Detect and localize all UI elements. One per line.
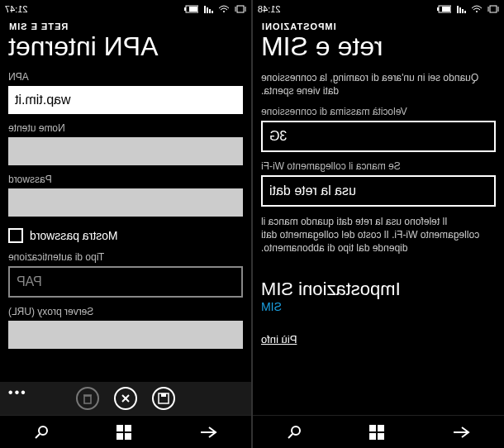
svg-rect-35 — [369, 425, 376, 431]
page-title: APN internet — [8, 33, 243, 61]
status-bar: 21:47 — [0, 0, 251, 18]
svg-rect-30 — [457, 6, 459, 13]
speed-label: Velocità massima di connessione — [261, 106, 496, 117]
svg-rect-23 — [490, 6, 497, 12]
username-input[interactable] — [8, 137, 243, 165]
signal-icon — [456, 5, 466, 13]
wifi-fallback-label: Se manca il collegamento Wi-Fi — [261, 160, 496, 172]
signal-icon — [203, 5, 213, 13]
status-bar: 21:48 — [253, 0, 504, 18]
page-header: IMPOSTAZIONI rete e SIM — [253, 18, 504, 63]
wifi-fallback-description: Il telefono usa la rete dati quando manc… — [261, 215, 496, 255]
more-info-link[interactable]: Più info — [261, 333, 496, 346]
search-button[interactable] — [287, 425, 302, 440]
password-input[interactable] — [8, 188, 243, 217]
app-bar: ••• — [0, 382, 251, 415]
delete-button[interactable] — [76, 387, 99, 410]
nav-bar — [0, 415, 251, 448]
svg-rect-33 — [437, 7, 439, 11]
app-bar-more[interactable]: ••• — [7, 385, 26, 400]
breadcrumb: IMPOSTAZIONI — [261, 21, 496, 31]
field-wifi-fallback: Se manca il collegamento Wi-Fi usa la re… — [261, 160, 496, 207]
proxy-input[interactable] — [8, 321, 243, 349]
username-label: Nome utente — [8, 122, 243, 134]
svg-rect-28 — [462, 9, 464, 13]
svg-rect-34 — [378, 425, 384, 431]
svg-rect-7 — [204, 6, 206, 13]
page-title: rete e SIM — [261, 33, 496, 61]
roaming-description: Quando sei in un'area di roaming, la con… — [261, 71, 496, 98]
back-button[interactable] — [452, 426, 470, 439]
svg-line-22 — [36, 434, 40, 438]
phone-screen-right: 21:48 IMPOSTAZIONI rete e SIM Quando sei… — [253, 0, 504, 448]
field-apn: APN wap.tim.it — [8, 71, 243, 114]
proxy-label: Server proxy (URL) — [8, 306, 243, 317]
vibrate-icon — [235, 5, 246, 13]
status-time: 21:47 — [5, 4, 28, 14]
start-button[interactable] — [116, 425, 131, 440]
svg-rect-36 — [378, 433, 384, 440]
svg-point-21 — [39, 427, 47, 435]
svg-rect-15 — [84, 396, 91, 403]
battery-icon — [183, 5, 198, 13]
cancel-button[interactable] — [114, 387, 137, 410]
svg-rect-9 — [189, 7, 197, 12]
battery-icon — [436, 5, 451, 13]
svg-rect-10 — [184, 7, 186, 11]
start-button[interactable] — [369, 425, 384, 440]
wifi-fallback-select[interactable]: usa la rete dati — [261, 175, 496, 207]
show-password-row[interactable]: Mostra password — [8, 228, 243, 243]
field-speed: Velocità massima di connessione 3G — [261, 106, 496, 152]
breadcrumb: RETE E SIM — [8, 21, 243, 31]
auth-label: Tipo di autenticazione — [8, 251, 243, 263]
form-content: APN wap.tim.it Nome utente Password Most… — [0, 63, 251, 382]
search-button[interactable] — [34, 425, 49, 440]
password-label: Password — [8, 174, 243, 185]
svg-rect-0 — [237, 6, 244, 12]
auth-select[interactable]: PAP — [8, 266, 243, 298]
svg-rect-29 — [459, 7, 461, 13]
settings-content: Quando sei in un'area di roaming, la con… — [253, 63, 504, 415]
svg-point-26 — [476, 11, 478, 12]
wifi-icon — [218, 5, 230, 13]
status-icons — [183, 5, 246, 13]
field-password: Password — [8, 174, 243, 217]
svg-rect-19 — [125, 433, 131, 440]
svg-point-3 — [223, 11, 225, 12]
svg-rect-4 — [212, 11, 213, 13]
svg-rect-17 — [125, 425, 131, 431]
svg-rect-27 — [464, 11, 466, 13]
speed-select[interactable]: 3G — [261, 121, 496, 152]
svg-rect-20 — [116, 433, 123, 440]
sim-heading: Impostazioni SIM — [261, 279, 496, 300]
field-proxy: Server proxy (URL) — [8, 306, 243, 341]
svg-rect-32 — [442, 7, 450, 12]
save-button[interactable] — [152, 387, 175, 410]
sim-link[interactable]: SIM — [261, 300, 496, 313]
page-header: RETE E SIM APN internet — [0, 18, 251, 63]
svg-line-39 — [288, 434, 292, 438]
status-icons — [436, 5, 499, 13]
back-button[interactable] — [199, 426, 217, 439]
nav-bar — [253, 415, 504, 448]
svg-rect-37 — [369, 433, 376, 440]
svg-rect-5 — [209, 9, 211, 13]
vibrate-icon — [487, 5, 499, 13]
svg-rect-6 — [207, 7, 208, 13]
svg-point-38 — [292, 427, 300, 435]
field-username: Nome utente — [8, 122, 243, 165]
apn-label: APN — [8, 71, 243, 83]
show-password-label: Mostra password — [30, 229, 118, 242]
wifi-icon — [471, 5, 483, 13]
status-time: 21:48 — [258, 4, 281, 14]
apn-input[interactable]: wap.tim.it — [8, 86, 243, 114]
sim-section: Impostazioni SIM SIM — [261, 272, 496, 313]
field-auth: Tipo di autenticazione PAP — [8, 251, 243, 298]
phone-screen-left: 21:47 RETE E SIM APN internet APN wap.ti… — [0, 0, 251, 448]
svg-rect-12 — [161, 393, 166, 397]
show-password-checkbox[interactable] — [8, 228, 23, 243]
svg-rect-18 — [116, 425, 123, 431]
